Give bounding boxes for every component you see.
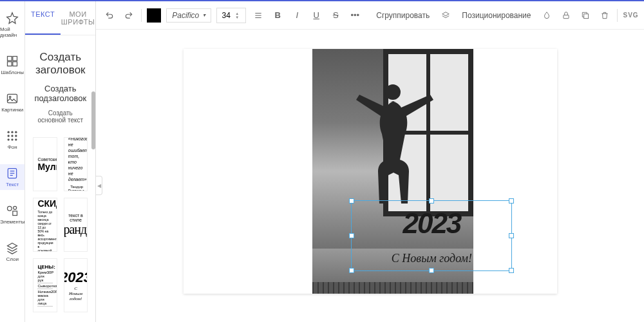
svg-point-7: [12, 131, 14, 133]
rail-background[interactable]: Фон: [0, 127, 24, 153]
template-card[interactable]: Сезонные СКИДКИ Только до конца месяца с…: [33, 198, 57, 252]
undo-button[interactable]: [102, 8, 117, 23]
rail-label: Текст: [6, 182, 19, 187]
rail-label: Картинки: [1, 107, 23, 113]
left-rail: Мой дизайн Шаблоны Картинки Фон Текст Эл…: [0, 1, 25, 322]
template-text: Только до конца месяца скидки от 12 до 5…: [37, 210, 52, 252]
grid-icon: [6, 55, 19, 68]
template-card[interactable]: 2023 С Новым годом!: [64, 258, 88, 312]
svg-rect-17: [13, 211, 17, 216]
selection-box[interactable]: 2023 С Новым годом!: [351, 200, 512, 271]
chevron-down-icon: ▾: [203, 12, 205, 18]
rail-templates[interactable]: Шаблоны: [0, 52, 24, 78]
rail-elements[interactable]: Элементы: [0, 202, 24, 227]
strike-button[interactable]: S: [328, 8, 343, 23]
svg-rect-3: [13, 62, 17, 66]
create-heading[interactable]: Создать заголовок: [34, 47, 86, 80]
rail-label: Элементы: [0, 219, 24, 225]
star-icon: [6, 12, 19, 24]
rail-layers[interactable]: Слои: [0, 239, 24, 265]
rail-label: Слои: [6, 256, 18, 262]
group-button[interactable]: Сгруппировать: [372, 11, 433, 20]
text-panel: ТЕКСТ МОИ ШРИФТЫ Создать заголовок Созда…: [25, 1, 96, 322]
opacity-button[interactable]: [540, 8, 554, 23]
create-body-text[interactable]: Создать основной текст: [34, 106, 86, 127]
template-text: «Никогда не ошибается тот, кто ничего не…: [68, 137, 83, 182]
svg-export[interactable]: SVG: [623, 12, 638, 19]
svg-point-18: [14, 206, 17, 209]
template-text: 2023: [64, 269, 88, 286]
svg-rect-0: [8, 57, 12, 61]
layers-toolbar-icon[interactable]: [439, 8, 453, 23]
artboard[interactable]: 2023 С Новым годом!: [184, 49, 557, 294]
template-text: Карандаш: [64, 222, 88, 237]
svg-point-5: [10, 96, 12, 98]
svg-rect-20: [584, 14, 589, 18]
resize-handle[interactable]: [349, 198, 354, 204]
resize-handle[interactable]: [509, 198, 514, 204]
panel-collapse-handle[interactable]: ◀: [96, 176, 102, 195]
text-options: Создать заголовок Создать подзаголовок С…: [25, 35, 95, 133]
rail-text[interactable]: Текст: [0, 164, 24, 190]
resize-handle[interactable]: [509, 233, 514, 238]
template-card[interactable]: ЦЕНЫ: Крем для рук30P Сыворотка20P Ночна…: [33, 258, 57, 312]
bold-button[interactable]: B: [270, 8, 285, 23]
canvas-area[interactable]: ◀ 2023 С Новым годом!: [96, 30, 644, 322]
template-text: Теодор Рузвельт: [68, 185, 83, 191]
svg-rect-19: [564, 15, 569, 18]
text-icon: [6, 167, 19, 180]
redo-button[interactable]: [122, 8, 136, 23]
template-text: Мультики: [37, 162, 52, 172]
font-size-input[interactable]: ▲▼: [216, 8, 246, 23]
svg-point-14: [15, 138, 17, 140]
resize-handle[interactable]: [349, 268, 354, 273]
underline-button[interactable]: U: [309, 8, 323, 23]
svg-rect-2: [8, 62, 12, 66]
rail-label: Фон: [8, 144, 17, 150]
font-selector[interactable]: Pacifico▾: [166, 8, 211, 23]
layers-icon: [6, 242, 19, 254]
greeting-text[interactable]: С Новым годом!: [352, 252, 511, 265]
panel-scrollbar[interactable]: [91, 1, 95, 322]
rail-label: Шаблоны: [1, 70, 24, 75]
italic-button[interactable]: I: [290, 8, 304, 23]
svg-rect-1: [13, 57, 17, 61]
resize-handle[interactable]: [349, 233, 354, 238]
create-subheading[interactable]: Создать подзаголовок: [34, 80, 86, 106]
align-button[interactable]: [251, 8, 265, 23]
image-icon: [6, 92, 19, 105]
delete-button[interactable]: [598, 8, 612, 23]
size-down[interactable]: ▼: [235, 15, 239, 19]
duplicate-button[interactable]: [578, 8, 592, 23]
svg-point-9: [8, 135, 10, 137]
rail-images[interactable]: Картинки: [0, 90, 24, 115]
tab-my-fonts[interactable]: МОИ ШРИФТЫ: [61, 1, 95, 35]
template-card[interactable]: Советские Мультики: [33, 137, 57, 191]
svg-rect-4: [8, 94, 17, 102]
more-button[interactable]: •••: [348, 8, 362, 23]
template-card[interactable]: текст в стиле Карандаш: [64, 198, 88, 252]
canvas-wrap: Pacifico▾ ▲▼ B I U S ••• Сгруппировать П…: [96, 1, 644, 322]
position-button[interactable]: Позиционирование: [458, 11, 535, 20]
svg-point-12: [8, 138, 10, 140]
resize-handle[interactable]: [429, 198, 434, 204]
color-swatch[interactable]: [147, 8, 161, 23]
tab-text[interactable]: ТЕКСТ: [25, 1, 60, 35]
dancer-figure: [351, 75, 435, 216]
svg-point-13: [12, 138, 14, 140]
text-toolbar: Pacifico▾ ▲▼ B I U S ••• Сгруппировать П…: [96, 1, 644, 30]
template-text: ЦЕНЫ:: [37, 264, 52, 270]
rail-my-design[interactable]: Мой дизайн: [0, 9, 24, 41]
text-templates: Советские Мультики «Никогда не ошибается…: [25, 133, 95, 316]
resize-handle[interactable]: [429, 268, 434, 273]
size-field[interactable]: [217, 11, 235, 20]
year-text[interactable]: 2023: [352, 207, 511, 240]
svg-point-6: [8, 131, 10, 133]
template-text: Советские: [37, 157, 52, 162]
template-text: СКИДКИ: [37, 198, 52, 209]
lock-button[interactable]: [559, 8, 573, 23]
svg-point-11: [15, 135, 17, 137]
resize-handle[interactable]: [509, 268, 514, 273]
template-card[interactable]: «Никогда не ошибается тот, кто ничего не…: [64, 137, 88, 191]
panel-tabs: ТЕКСТ МОИ ШРИФТЫ: [25, 1, 95, 35]
